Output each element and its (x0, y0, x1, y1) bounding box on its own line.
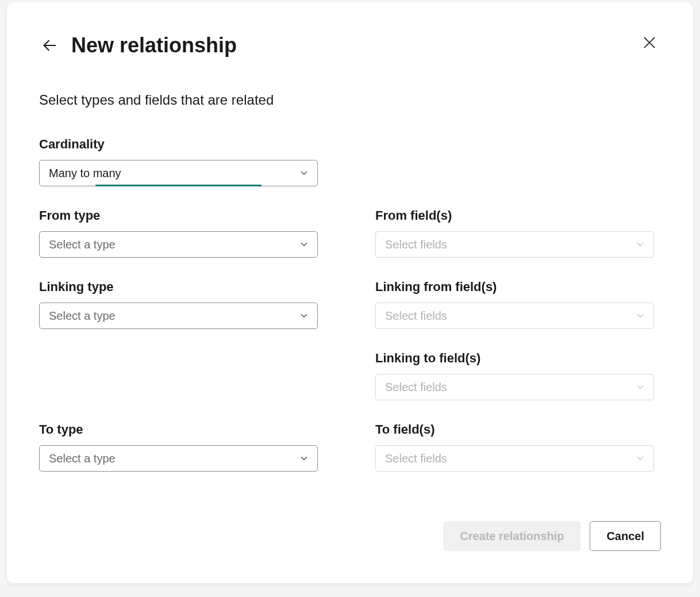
form-grid: Cardinality Many to many From type Selec… (39, 137, 661, 472)
from-type-label: From type (39, 208, 318, 223)
cardinality-value: Many to many (49, 167, 121, 180)
linking-to-fields-label: Linking to field(s) (375, 351, 654, 366)
to-fields-label: To field(s) (375, 422, 654, 437)
modal-footer: Create relationship Cancel (443, 521, 661, 551)
back-button[interactable] (39, 35, 60, 56)
linking-from-fields-select[interactable]: Select fields (375, 303, 654, 329)
close-icon (642, 35, 657, 50)
chevron-down-icon (299, 168, 309, 178)
from-fields-label: From field(s) (375, 208, 654, 223)
chevron-down-icon (635, 453, 645, 464)
from-type-select[interactable]: Select a type (39, 231, 318, 258)
cardinality-select[interactable]: Many to many (39, 160, 318, 186)
to-type-field-group: To type Select a type (39, 422, 318, 472)
from-fields-placeholder: Select fields (385, 238, 447, 251)
close-button[interactable] (640, 33, 659, 52)
linking-type-select[interactable]: Select a type (39, 303, 318, 329)
to-type-select[interactable]: Select a type (39, 445, 318, 472)
cardinality-label: Cardinality (39, 137, 318, 152)
modal-title: New relationship (71, 33, 237, 58)
linking-type-label: Linking type (39, 280, 318, 294)
chevron-down-icon (635, 239, 645, 250)
linking-type-placeholder: Select a type (49, 309, 116, 323)
linking-to-fields-select[interactable]: Select fields (375, 374, 654, 400)
from-type-field-group: From type Select a type (39, 208, 318, 258)
linking-to-fields-field-group: Linking to field(s) Select fields (375, 351, 654, 400)
linking-from-fields-label: Linking from field(s) (375, 280, 654, 294)
linking-type-field-group: Linking type Select a type (39, 280, 318, 329)
from-fields-field-group: From field(s) Select fields (375, 208, 654, 258)
to-type-label: To type (39, 422, 318, 437)
new-relationship-modal: New relationship Select types and fields… (7, 2, 693, 583)
to-fields-field-group: To field(s) Select fields (375, 422, 654, 472)
from-fields-select[interactable]: Select fields (375, 231, 654, 258)
cancel-button[interactable]: Cancel (590, 521, 661, 551)
from-type-placeholder: Select a type (49, 238, 116, 251)
to-type-placeholder: Select a type (49, 452, 116, 465)
modal-subtitle: Select types and fields that are related (39, 92, 661, 108)
to-fields-placeholder: Select fields (385, 452, 447, 465)
to-fields-select[interactable]: Select fields (375, 445, 654, 472)
linking-from-fields-field-group: Linking from field(s) Select fields (375, 280, 654, 329)
chevron-down-icon (299, 311, 309, 321)
chevron-down-icon (299, 239, 309, 250)
create-relationship-button[interactable]: Create relationship (443, 521, 580, 551)
arrow-left-icon (41, 37, 57, 53)
modal-header: New relationship (39, 33, 661, 58)
chevron-down-icon (299, 453, 309, 464)
chevron-down-icon (635, 311, 645, 321)
linking-to-fields-placeholder: Select fields (385, 381, 447, 394)
chevron-down-icon (635, 382, 645, 392)
cardinality-field-group: Cardinality Many to many (39, 137, 318, 186)
linking-from-fields-placeholder: Select fields (385, 309, 447, 323)
